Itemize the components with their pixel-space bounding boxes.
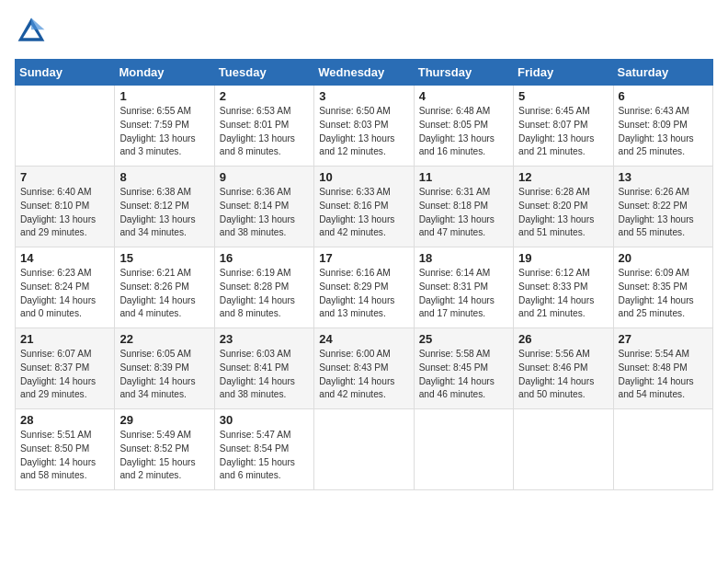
calendar-cell: 12Sunrise: 6:28 AM Sunset: 8:20 PM Dayli…: [514, 167, 613, 247]
header-cell-wednesday: Wednesday: [314, 60, 414, 86]
calendar-cell: 21Sunrise: 6:07 AM Sunset: 8:37 PM Dayli…: [16, 328, 115, 409]
day-number: 9: [220, 170, 309, 184]
calendar-cell: [16, 86, 115, 167]
day-info: Sunrise: 6:19 AM Sunset: 8:28 PM Dayligh…: [220, 267, 309, 321]
calendar-cell: 3Sunrise: 6:50 AM Sunset: 8:03 PM Daylig…: [314, 86, 414, 167]
day-info: Sunrise: 6:36 AM Sunset: 8:14 PM Dayligh…: [220, 186, 309, 240]
day-info: Sunrise: 5:51 AM Sunset: 8:50 PM Dayligh…: [20, 429, 109, 483]
day-info: Sunrise: 6:31 AM Sunset: 8:18 PM Dayligh…: [419, 186, 508, 240]
calendar-cell: 25Sunrise: 5:58 AM Sunset: 8:45 PM Dayli…: [414, 328, 513, 409]
day-number: 25: [419, 332, 508, 346]
day-number: 21: [20, 332, 109, 346]
calendar-cell: [514, 409, 613, 490]
day-info: Sunrise: 6:26 AM Sunset: 8:22 PM Dayligh…: [619, 186, 708, 240]
calendar-cell: 17Sunrise: 6:16 AM Sunset: 8:29 PM Dayli…: [314, 247, 414, 328]
day-info: Sunrise: 5:58 AM Sunset: 8:45 PM Dayligh…: [419, 348, 508, 402]
day-info: Sunrise: 6:55 AM Sunset: 7:59 PM Dayligh…: [119, 105, 209, 159]
calendar-cell: 8Sunrise: 6:38 AM Sunset: 8:12 PM Daylig…: [115, 167, 214, 247]
day-info: Sunrise: 5:47 AM Sunset: 8:54 PM Dayligh…: [220, 429, 309, 483]
day-number: 15: [119, 251, 209, 265]
header-cell-thursday: Thursday: [414, 60, 513, 86]
day-number: 22: [119, 332, 209, 346]
day-info: Sunrise: 6:05 AM Sunset: 8:39 PM Dayligh…: [119, 348, 209, 402]
day-info: Sunrise: 6:45 AM Sunset: 8:07 PM Dayligh…: [518, 105, 608, 159]
calendar-week-4: 28Sunrise: 5:51 AM Sunset: 8:50 PM Dayli…: [16, 409, 713, 490]
day-number: 2: [220, 89, 309, 103]
day-number: 23: [220, 332, 309, 346]
calendar-cell: 9Sunrise: 6:36 AM Sunset: 8:14 PM Daylig…: [214, 167, 313, 247]
day-info: Sunrise: 6:33 AM Sunset: 8:16 PM Dayligh…: [319, 186, 408, 240]
day-number: 16: [220, 251, 309, 265]
logo: [15, 15, 51, 48]
calendar-cell: [613, 409, 712, 490]
day-info: Sunrise: 6:48 AM Sunset: 8:05 PM Dayligh…: [419, 105, 508, 159]
calendar-cell: [414, 409, 513, 490]
calendar-cell: 7Sunrise: 6:40 AM Sunset: 8:10 PM Daylig…: [16, 167, 115, 247]
day-info: Sunrise: 6:23 AM Sunset: 8:24 PM Dayligh…: [20, 267, 109, 321]
header-cell-saturday: Saturday: [613, 60, 712, 86]
day-number: 14: [20, 251, 109, 265]
calendar-cell: 16Sunrise: 6:19 AM Sunset: 8:28 PM Dayli…: [214, 247, 313, 328]
calendar-cell: 10Sunrise: 6:33 AM Sunset: 8:16 PM Dayli…: [314, 167, 414, 247]
calendar-cell: 26Sunrise: 5:56 AM Sunset: 8:46 PM Dayli…: [514, 328, 613, 409]
day-number: 18: [419, 251, 508, 265]
header-cell-sunday: Sunday: [16, 60, 115, 86]
day-number: 28: [20, 413, 109, 427]
day-number: 20: [619, 251, 708, 265]
main-container: SundayMondayTuesdayWednesdayThursdayFrid…: [0, 0, 728, 505]
calendar-cell: 11Sunrise: 6:31 AM Sunset: 8:18 PM Dayli…: [414, 167, 513, 247]
day-number: 17: [319, 251, 408, 265]
day-number: 13: [619, 170, 708, 184]
day-number: 10: [319, 170, 408, 184]
calendar-week-2: 14Sunrise: 6:23 AM Sunset: 8:24 PM Dayli…: [16, 247, 713, 328]
day-number: 29: [119, 413, 209, 427]
calendar-cell: 24Sunrise: 6:00 AM Sunset: 8:43 PM Dayli…: [314, 328, 414, 409]
day-number: 5: [518, 89, 608, 103]
day-number: 30: [220, 413, 309, 427]
day-info: Sunrise: 6:40 AM Sunset: 8:10 PM Dayligh…: [20, 186, 109, 240]
day-info: Sunrise: 6:28 AM Sunset: 8:20 PM Dayligh…: [518, 186, 608, 240]
calendar-table: SundayMondayTuesdayWednesdayThursdayFrid…: [15, 59, 713, 490]
day-number: 8: [119, 170, 209, 184]
calendar-week-3: 21Sunrise: 6:07 AM Sunset: 8:37 PM Dayli…: [16, 328, 713, 409]
calendar-cell: 23Sunrise: 6:03 AM Sunset: 8:41 PM Dayli…: [214, 328, 313, 409]
calendar-cell: 30Sunrise: 5:47 AM Sunset: 8:54 PM Dayli…: [214, 409, 313, 490]
day-info: Sunrise: 6:16 AM Sunset: 8:29 PM Dayligh…: [319, 267, 408, 321]
day-info: Sunrise: 6:14 AM Sunset: 8:31 PM Dayligh…: [419, 267, 508, 321]
day-info: Sunrise: 6:09 AM Sunset: 8:35 PM Dayligh…: [619, 267, 708, 321]
day-info: Sunrise: 6:38 AM Sunset: 8:12 PM Dayligh…: [119, 186, 209, 240]
header: [15, 15, 713, 48]
calendar-cell: 1Sunrise: 6:55 AM Sunset: 7:59 PM Daylig…: [115, 86, 214, 167]
calendar-cell: 5Sunrise: 6:45 AM Sunset: 8:07 PM Daylig…: [514, 86, 613, 167]
day-info: Sunrise: 6:07 AM Sunset: 8:37 PM Dayligh…: [20, 348, 109, 402]
calendar-week-0: 1Sunrise: 6:55 AM Sunset: 7:59 PM Daylig…: [16, 86, 713, 167]
calendar-cell: 13Sunrise: 6:26 AM Sunset: 8:22 PM Dayli…: [613, 167, 712, 247]
day-number: 3: [319, 89, 408, 103]
calendar-cell: 28Sunrise: 5:51 AM Sunset: 8:50 PM Dayli…: [16, 409, 115, 490]
day-info: Sunrise: 5:54 AM Sunset: 8:48 PM Dayligh…: [619, 348, 708, 402]
header-cell-tuesday: Tuesday: [214, 60, 313, 86]
day-number: 26: [518, 332, 608, 346]
calendar-cell: 4Sunrise: 6:48 AM Sunset: 8:05 PM Daylig…: [414, 86, 513, 167]
header-cell-monday: Monday: [115, 60, 214, 86]
day-number: 7: [20, 170, 109, 184]
calendar-cell: 27Sunrise: 5:54 AM Sunset: 8:48 PM Dayli…: [613, 328, 712, 409]
day-info: Sunrise: 5:49 AM Sunset: 8:52 PM Dayligh…: [119, 429, 209, 483]
day-number: 6: [619, 89, 708, 103]
calendar-cell: 15Sunrise: 6:21 AM Sunset: 8:26 PM Dayli…: [115, 247, 214, 328]
day-info: Sunrise: 6:21 AM Sunset: 8:26 PM Dayligh…: [119, 267, 209, 321]
day-number: 1: [119, 89, 209, 103]
day-info: Sunrise: 6:00 AM Sunset: 8:43 PM Dayligh…: [319, 348, 408, 402]
calendar-header-row: SundayMondayTuesdayWednesdayThursdayFrid…: [16, 60, 713, 86]
logo-icon: [15, 15, 48, 48]
day-info: Sunrise: 5:56 AM Sunset: 8:46 PM Dayligh…: [518, 348, 608, 402]
day-number: 4: [419, 89, 508, 103]
day-number: 12: [518, 170, 608, 184]
calendar-week-1: 7Sunrise: 6:40 AM Sunset: 8:10 PM Daylig…: [16, 167, 713, 247]
calendar-cell: 6Sunrise: 6:43 AM Sunset: 8:09 PM Daylig…: [613, 86, 712, 167]
day-number: 27: [619, 332, 708, 346]
day-info: Sunrise: 6:03 AM Sunset: 8:41 PM Dayligh…: [220, 348, 309, 402]
day-number: 24: [319, 332, 408, 346]
day-number: 11: [419, 170, 508, 184]
calendar-cell: 20Sunrise: 6:09 AM Sunset: 8:35 PM Dayli…: [613, 247, 712, 328]
